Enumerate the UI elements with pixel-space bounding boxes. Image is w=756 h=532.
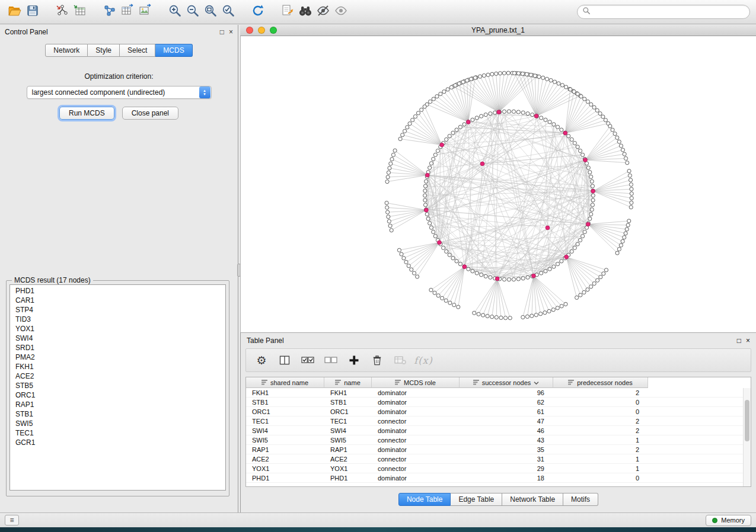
column-header-name[interactable]: name (324, 377, 372, 388)
column-header-shared-name[interactable]: shared name (246, 377, 324, 388)
minimize-window-button[interactable] (258, 27, 265, 34)
table-cell: RAP1 (324, 446, 372, 453)
zoom-fit-button[interactable] (202, 3, 219, 21)
network-window-titlebar[interactable]: YPA_prune.txt_1 (240, 25, 756, 36)
column-header-predecessor-nodes[interactable]: predecessor nodes (553, 377, 648, 388)
table-cell: SWI4 (324, 427, 372, 434)
apply-layout-button[interactable] (249, 3, 267, 21)
import-network-file-button[interactable] (53, 3, 71, 21)
table-row[interactable]: SWI4SWI4dominator462 (246, 426, 751, 435)
run-mcds-button[interactable]: Run MCDS (59, 107, 114, 120)
table-row[interactable]: ACE2ACE2connector311 (246, 454, 751, 464)
table-scrollbar[interactable] (743, 388, 751, 486)
table-header-row: shared name name MCDS role successor nod… (246, 377, 751, 388)
table-row[interactable]: RAP1RAP1dominator352 (246, 445, 751, 454)
mcds-result-item[interactable]: GCR1 (10, 438, 225, 447)
float-panel-icon[interactable]: □ (220, 28, 224, 36)
tab-network[interactable]: Network (45, 44, 88, 57)
mcds-result-item[interactable]: CAR1 (10, 296, 225, 305)
deselect-all-columns-icon[interactable] (324, 353, 338, 367)
table-row[interactable]: ORC1ORC1dominator610 (246, 407, 751, 416)
search-input[interactable] (593, 8, 745, 16)
table-cell: 2 (553, 389, 648, 396)
table-row[interactable]: SWI5SWI5connector431 (246, 435, 751, 445)
maximize-window-button[interactable] (270, 27, 277, 34)
table-row[interactable]: TEC1TEC1connector472 (246, 416, 751, 426)
float-table-panel-icon[interactable]: □ (737, 337, 741, 344)
mcds-result-list[interactable]: PHD1CAR1STP4TID3YOX1SWI4SRD1PMA2FKH1ACE2… (9, 284, 226, 491)
open-file-button[interactable] (6, 3, 24, 21)
import-table-file-button[interactable] (71, 3, 89, 21)
mcds-result-item[interactable]: ORC1 (10, 390, 225, 400)
optimization-criterion-select[interactable]: largest connected component (undirected)… (27, 86, 212, 99)
table-row[interactable]: YOX1YOX1connector291 (246, 464, 751, 473)
create-column-icon[interactable] (347, 353, 361, 367)
select-all-columns-icon[interactable] (301, 353, 315, 367)
open-folder-icon (8, 4, 22, 20)
tab-select[interactable]: Select (120, 44, 155, 57)
close-panel-button[interactable]: Close panel (122, 107, 178, 120)
network-canvas[interactable] (240, 36, 756, 332)
mcds-result-item[interactable]: PHD1 (10, 286, 225, 296)
mcds-result-item[interactable]: STB5 (10, 381, 225, 390)
network-search-box[interactable] (577, 5, 750, 19)
table-cell: dominator (372, 399, 460, 406)
tab-style[interactable]: Style (88, 44, 120, 57)
close-table-panel-icon[interactable]: × (746, 337, 750, 344)
search-network-button[interactable] (296, 3, 314, 21)
export-network-button[interactable] (101, 3, 119, 21)
table-options-gear-icon[interactable]: ⚙ (254, 353, 269, 367)
table-row[interactable]: FKH1FKH1dominator962 (246, 388, 751, 398)
tab-edge-table[interactable]: Edge Table (451, 493, 502, 506)
mcds-result-group: MCDS result (17 nodes) PHD1CAR1STP4TID3Y… (6, 276, 229, 496)
sort-icon (568, 379, 574, 386)
save-session-button[interactable] (24, 3, 42, 21)
table-cell: ACE2 (246, 456, 324, 463)
mcds-result-item[interactable]: RAP1 (10, 400, 225, 409)
table-row[interactable]: PHD1PHD1dominator180 (246, 473, 751, 483)
table-cell: dominator (372, 446, 460, 453)
hamburger-icon: ≡ (9, 516, 14, 524)
mcds-result-item[interactable]: SWI4 (10, 334, 225, 343)
table-cell: dominator (372, 408, 460, 415)
hide-graphics-details-button[interactable] (314, 3, 332, 21)
zoom-in-button[interactable] (166, 3, 184, 21)
mcds-result-item[interactable]: FKH1 (10, 362, 225, 371)
column-header-successor-nodes[interactable]: successor nodes (460, 377, 553, 388)
mcds-result-item[interactable]: YOX1 (10, 324, 225, 334)
export-table-button[interactable] (119, 3, 136, 21)
mcds-result-item[interactable]: TID3 (10, 315, 225, 324)
mcds-result-item[interactable]: SRD1 (10, 343, 225, 352)
table-row[interactable]: STB1STB1dominator620 (246, 398, 751, 407)
scrollbar-thumb[interactable] (745, 400, 749, 441)
copy-style-button[interactable] (279, 3, 296, 21)
mcds-result-item[interactable]: TEC1 (10, 428, 225, 438)
task-history-button[interactable]: ≡ (5, 515, 19, 525)
zoom-selected-button[interactable] (219, 3, 237, 21)
tab-motifs[interactable]: Motifs (563, 493, 598, 506)
delete-column-icon[interactable] (370, 353, 384, 367)
mcds-result-item[interactable]: PMA2 (10, 352, 225, 362)
zoom-out-button[interactable] (184, 3, 202, 21)
table-cell: 1 (553, 465, 648, 472)
network-nodes[interactable] (385, 71, 633, 320)
mcds-result-item[interactable]: ACE2 (10, 371, 225, 381)
export-image-button[interactable] (136, 3, 154, 21)
show-columns-icon[interactable] (277, 353, 292, 367)
tab-mcds[interactable]: MCDS (155, 44, 192, 57)
mcds-result-item[interactable]: STP4 (10, 305, 225, 315)
eye-icon (334, 4, 348, 20)
mcds-result-item[interactable]: SWI5 (10, 419, 225, 428)
delete-table-icon (393, 353, 407, 367)
tab-node-table[interactable]: Node Table (398, 493, 451, 506)
close-panel-icon[interactable]: × (229, 28, 233, 36)
close-window-button[interactable] (246, 27, 253, 34)
tab-network-table[interactable]: Network Table (502, 493, 563, 506)
column-header-mcds-role[interactable]: MCDS role (372, 377, 460, 388)
table-cell: 61 (460, 408, 553, 415)
show-graphics-details-button[interactable] (332, 3, 350, 21)
mcds-result-item[interactable]: STB1 (10, 409, 225, 419)
table-cell: FKH1 (324, 389, 372, 396)
memory-button[interactable]: Memory (706, 515, 751, 526)
network-graph[interactable] (241, 36, 756, 332)
